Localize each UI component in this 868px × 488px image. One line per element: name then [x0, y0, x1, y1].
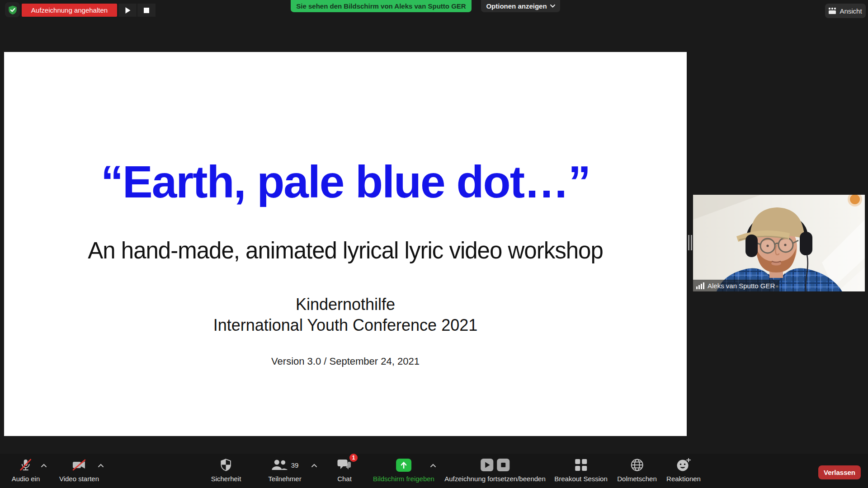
security-shield-icon: [219, 458, 233, 472]
participant-name-label: Aleks van Sputto GER: [708, 282, 775, 290]
recording-controls-button[interactable]: Aufzeichnung fortsetzen/beenden: [444, 457, 546, 482]
smiley-plus-icon: [676, 458, 691, 472]
share-screen-button-label: Bildschirm freigeben: [373, 475, 434, 482]
interpretation-button-label: Dolmetschen: [617, 475, 657, 482]
recording-status-pill: Aufzeichnung angehalten: [22, 4, 117, 17]
slide-organization: Kindernothilfe: [4, 295, 687, 314]
slide-version-line: Version 3.0 / September 24, 2021: [4, 356, 687, 367]
recording-controls-label: Aufzeichnung fortsetzen/beenden: [444, 475, 546, 482]
globe-icon: [630, 458, 644, 472]
slide-event-name: International Youth Conference 2021: [4, 316, 687, 335]
audio-button-label: Audio ein: [12, 475, 40, 482]
participants-button-label: Teilnehmer: [268, 475, 301, 482]
slide-subtitle: An hand-made, animated lyrical lyric vid…: [4, 237, 687, 264]
security-button[interactable]: Sicherheit: [211, 457, 241, 482]
view-button-label: Ansicht: [840, 7, 862, 15]
share-screen-arrow-icon: [396, 459, 411, 472]
play-icon: [125, 7, 131, 14]
panel-resize-handle[interactable]: [688, 235, 693, 250]
mic-muted-icon: [19, 458, 33, 472]
chevron-up-icon: [98, 464, 104, 467]
breakout-session-label: Breakout Session: [554, 475, 608, 482]
chevron-down-icon: [550, 5, 555, 8]
recording-resume-button[interactable]: [118, 4, 137, 17]
participant-video-tile[interactable]: Aleks van Sputto GER: [693, 195, 865, 291]
view-button[interactable]: Ansicht: [825, 4, 866, 18]
audio-options-chevron[interactable]: [40, 462, 48, 469]
screen-share-banner: Sie sehen den Bildschirm von Aleks van S…: [291, 0, 472, 12]
video-options-chevron[interactable]: [97, 462, 105, 469]
connection-signal-bars-icon: [696, 282, 704, 289]
chevron-up-icon: [430, 464, 436, 467]
security-button-label: Sicherheit: [211, 475, 241, 482]
recording-stop-button[interactable]: [137, 4, 156, 17]
video-button[interactable]: Video starten: [59, 457, 99, 482]
share-screen-button[interactable]: Bildschirm freigeben: [373, 457, 434, 482]
options-dropdown[interactable]: Optionen anzeigen: [481, 0, 560, 12]
video-button-label: Video starten: [59, 475, 99, 482]
participant-name-tag: Aleks van Sputto GER: [693, 280, 779, 291]
view-layout-icon: [829, 8, 836, 14]
record-resume-icon: [480, 458, 494, 472]
stop-icon: [144, 8, 149, 13]
participants-options-chevron[interactable]: [310, 462, 318, 469]
chevron-up-icon: [41, 464, 47, 467]
breakout-grid-icon: [575, 459, 587, 471]
options-dropdown-label: Optionen anzeigen: [486, 2, 547, 10]
participants-count: 39: [291, 461, 299, 469]
reactions-button[interactable]: Reaktionen: [666, 457, 701, 482]
chat-button[interactable]: 1 Chat: [337, 457, 352, 482]
presentation-slide: “Earth, pale blue dot…” An hand-made, an…: [4, 52, 687, 436]
participants-button[interactable]: 39 Teilnehmer: [268, 457, 301, 482]
participants-icon: [271, 459, 288, 471]
slide-title: “Earth, pale blue dot…”: [4, 156, 687, 208]
breakout-session-button[interactable]: Breakout Session: [554, 457, 608, 482]
leave-meeting-button[interactable]: Verlassen: [818, 465, 861, 479]
chevron-up-icon: [311, 464, 317, 467]
share-options-chevron[interactable]: [429, 462, 437, 469]
chat-button-label: Chat: [337, 475, 352, 482]
interpretation-button[interactable]: Dolmetschen: [617, 457, 657, 482]
participant-video-feed: [693, 195, 865, 291]
reactions-button-label: Reaktionen: [666, 475, 701, 482]
record-stop-icon: [496, 458, 510, 472]
shield-check-glyph: [8, 5, 18, 15]
camera-off-icon: [71, 458, 87, 472]
chat-unread-badge: 1: [349, 454, 358, 462]
security-shield-check-icon[interactable]: [5, 2, 20, 17]
audio-button[interactable]: Audio ein: [12, 457, 40, 482]
